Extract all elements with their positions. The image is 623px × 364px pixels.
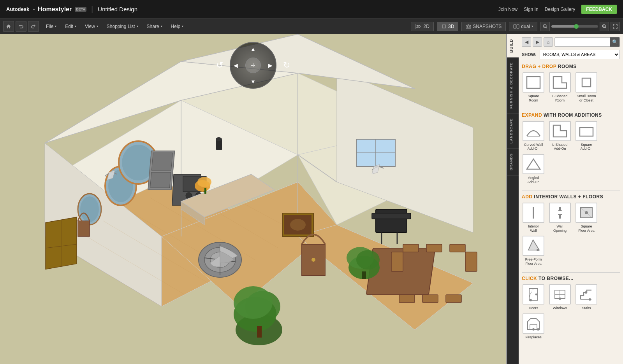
panel-back-btn[interactable]: ◀ (522, 37, 531, 47)
expand-highlight: EXPAND (522, 112, 542, 118)
design-gallery-link[interactable]: Design Gallery (545, 7, 575, 12)
feedback-button[interactable]: FEEDBACK (581, 5, 617, 14)
wall-opening-card[interactable]: WallOpening (548, 203, 572, 233)
build-tab[interactable]: BUILD (507, 34, 519, 58)
join-now-link[interactable]: Join Now (498, 7, 517, 12)
edit-menu-arrow: ▾ (75, 24, 76, 28)
home-quick-btn[interactable] (3, 21, 14, 32)
svg-rect-59 (204, 188, 206, 194)
curved-wall-icon-box[interactable] (523, 121, 544, 141)
square-addon-icon-box[interactable] (575, 121, 597, 141)
svg-point-113 (589, 298, 591, 301)
panel-search-button[interactable]: 🔍 (610, 37, 619, 47)
brands-tab[interactable]: BRANDS (507, 149, 519, 176)
stairs-icon-box[interactable] (575, 284, 597, 304)
interior-wall-card[interactable]: InteriorWall (522, 203, 545, 233)
doors-icon-box[interactable] (523, 284, 544, 304)
panel-tabs-outer: BUILD FURNISH & DECORATE LANDSCAPE BRAND… (507, 34, 623, 364)
interior-suffix: INTERIOR WALLS + FLOORS (534, 194, 603, 200)
help-menu-arrow: ▾ (182, 24, 183, 28)
beta-badge: BETA (75, 7, 86, 12)
small-room-icon-box[interactable] (575, 72, 597, 93)
svg-rect-74 (399, 295, 415, 303)
fullscreen-btn[interactable] (611, 22, 620, 31)
svg-point-114 (585, 291, 587, 294)
share-menu-arrow: ▾ (161, 24, 162, 28)
svg-point-83 (290, 219, 306, 231)
document-title[interactable]: Untitled Design (98, 6, 137, 12)
svg-rect-72 (426, 244, 442, 252)
room-additions-heading: EXPAND WITH ROOM ADDITIONS (522, 112, 620, 118)
add-highlight: ADD (522, 194, 533, 200)
windows-card[interactable]: Windows (548, 284, 572, 310)
panel-search-box[interactable]: 🔍 (554, 37, 620, 47)
freeform-floor-icon-box[interactable] (523, 236, 544, 256)
square-addon-card[interactable]: SquareAdd-On (575, 121, 598, 151)
l-shaped-room-card[interactable]: L-ShapedRoom (548, 72, 572, 103)
square-room-card[interactable]: SquareRoom (522, 72, 545, 103)
square-room-icon-box[interactable] (523, 72, 544, 93)
redo-btn[interactable] (28, 21, 39, 32)
help-menu[interactable]: Help ▾ (167, 22, 188, 31)
nav-right-btn[interactable]: ▶ (268, 62, 273, 68)
doors-card[interactable]: Doors (522, 284, 545, 310)
fireplaces-icon-box[interactable] (523, 313, 544, 334)
l-shaped-addon-icon-box[interactable] (549, 121, 571, 141)
angled-addon-card[interactable]: AngledAdd-On (522, 154, 545, 184)
panel-search-input[interactable] (555, 40, 610, 44)
undo-btn[interactable] (16, 21, 26, 32)
svg-rect-73 (450, 244, 465, 252)
freeform-floor-card[interactable]: Free-FormFloor Area (522, 236, 545, 266)
share-menu[interactable]: Share ▾ (143, 22, 166, 31)
curved-wall-card[interactable]: Curved WallAdd-On (522, 121, 545, 151)
zoom-in-btn[interactable] (600, 22, 609, 31)
navigation-control[interactable]: ↺ ▲ ▼ ◀ ▶ ✛ ↻ (230, 42, 276, 89)
zoom-out-btn[interactable] (540, 22, 550, 31)
rotate-right-btn[interactable]: ↻ (283, 60, 290, 70)
view-2d-btn[interactable]: 2D 2D (411, 22, 434, 31)
angled-addon-icon (525, 157, 542, 172)
file-menu[interactable]: File ▾ (42, 22, 60, 31)
snapshots-btn[interactable]: SNAPSHOTS (461, 22, 506, 31)
square-floor-label: SquareFloor Area (578, 224, 595, 233)
furnish-tab[interactable]: FURNISH & DECORATE (507, 58, 519, 114)
svg-rect-90 (527, 77, 540, 88)
fireplaces-card[interactable]: Fireplaces (522, 313, 545, 340)
l-shaped-room-icon-box[interactable] (549, 72, 571, 93)
stairs-card[interactable]: Stairs (575, 284, 598, 310)
angled-addon-icon-box[interactable] (523, 154, 544, 174)
small-room-card[interactable]: Small Roomor Closet (575, 72, 598, 103)
nav-down-btn[interactable]: ▼ (250, 79, 256, 85)
nav-center-btn[interactable]: ✛ (245, 58, 261, 73)
click-highlight: CLICK (522, 276, 537, 281)
l-shaped-addon-card[interactable]: L-ShapedAdd-On (548, 121, 572, 151)
panel-forward-btn[interactable]: ▶ (533, 37, 542, 47)
zoom-slider[interactable] (551, 25, 598, 28)
panel-home-btn[interactable]: ⌂ (544, 37, 553, 47)
square-floor-card[interactable]: SquareFloor Area (575, 203, 598, 233)
square-floor-icon-box[interactable] (575, 203, 597, 223)
l-shaped-addon-label: L-ShapedAdd-On (552, 143, 567, 151)
nav-up-btn[interactable]: ▲ (250, 46, 256, 52)
doors-label: Doors (529, 306, 538, 310)
sign-in-link[interactable]: Sign In (524, 7, 538, 12)
canvas-area[interactable]: ↺ ▲ ▼ ◀ ▶ ✛ ↻ (0, 34, 506, 364)
shopping-list-menu[interactable]: Shopping List ▾ (103, 22, 142, 31)
drag-drop-highlight: DRAG + DROP (522, 64, 556, 69)
windows-icon-box[interactable] (549, 284, 571, 304)
divider-3 (522, 272, 620, 273)
edit-menu[interactable]: Edit ▾ (61, 22, 80, 31)
nav-left-btn[interactable]: ◀ (234, 62, 238, 68)
divider-2 (522, 191, 620, 191)
dual-view-btn[interactable]: dual ▾ (509, 22, 537, 31)
interior-wall-icon-box[interactable] (523, 203, 544, 223)
nav-ring[interactable]: ▲ ▼ ◀ ▶ ✛ (230, 42, 276, 89)
topbar-actions: Join Now Sign In Design Gallery FEEDBACK (498, 5, 617, 14)
rotate-left-btn[interactable]: ↺ (216, 60, 223, 70)
landscape-tab[interactable]: LANDSCAPE (507, 114, 519, 149)
view-menu[interactable]: View ▾ (81, 22, 102, 31)
view-3d-btn[interactable]: 3D (437, 22, 458, 31)
menu-items: File ▾ Edit ▾ View ▾ Shopping List ▾ Sha… (42, 22, 187, 31)
wall-opening-icon-box[interactable] (549, 203, 571, 223)
show-select[interactable]: ROOMS, WALLS & AREAS ALL FLOORS ONLY (540, 50, 620, 59)
